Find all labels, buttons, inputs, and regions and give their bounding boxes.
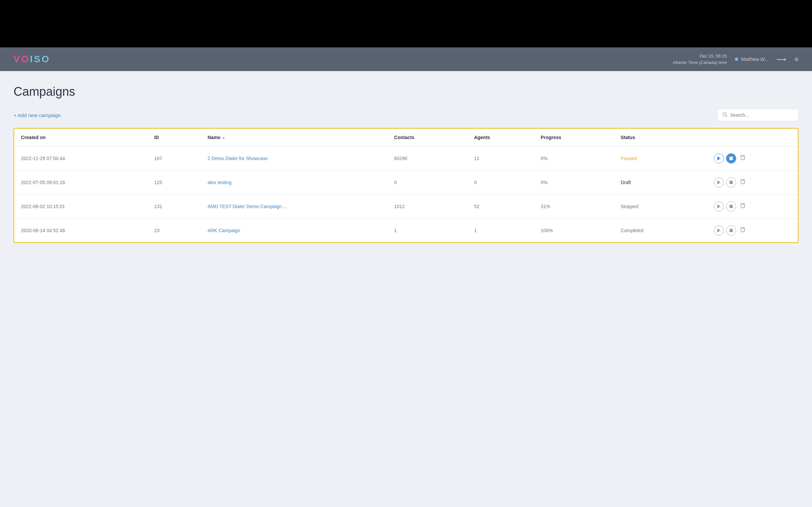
search-icon bbox=[722, 112, 727, 118]
cell-contacts: 0 bbox=[387, 171, 467, 195]
play-button[interactable] bbox=[714, 153, 724, 163]
campaign-name-link[interactable]: alex testing bbox=[207, 180, 231, 185]
cell-status: Stopped bbox=[614, 195, 707, 219]
action-buttons bbox=[714, 225, 791, 236]
cell-actions bbox=[707, 219, 798, 243]
svg-rect-6 bbox=[729, 181, 733, 184]
cell-status: Draft bbox=[614, 171, 707, 195]
cell-status: Paused bbox=[614, 147, 707, 171]
cell-progress: 100% bbox=[534, 219, 614, 243]
logo-text: VOISO bbox=[14, 54, 50, 65]
cell-actions bbox=[707, 171, 798, 195]
svg-rect-12 bbox=[729, 229, 733, 232]
header: VOISO Dec 15, 06:25 Atlantic Time (Canad… bbox=[0, 47, 812, 71]
campaigns-table: Created on ID Name ▲ Contacts Agents Pro… bbox=[14, 129, 798, 242]
stop-button[interactable] bbox=[726, 225, 736, 236]
top-black-bar bbox=[0, 0, 812, 47]
cell-contacts: 60290 bbox=[387, 147, 467, 171]
cell-progress: 0% bbox=[534, 171, 614, 195]
user-info: Matthew W... bbox=[735, 57, 768, 62]
cell-actions bbox=[707, 147, 798, 171]
svg-marker-8 bbox=[717, 204, 721, 208]
col-header-actions bbox=[707, 129, 798, 147]
search-input[interactable] bbox=[730, 112, 793, 118]
col-header-created: Created on bbox=[14, 129, 148, 147]
table-row: 2020-06-14 04:52:48 23 ARK Campaign 1 1 … bbox=[14, 219, 798, 243]
play-button[interactable] bbox=[714, 177, 724, 188]
cell-progress: 31% bbox=[534, 195, 614, 219]
cell-name[interactable]: 2 Demo Dialer for Showcase bbox=[201, 147, 387, 171]
svg-rect-3 bbox=[729, 157, 733, 160]
svg-marker-5 bbox=[717, 180, 721, 184]
action-buttons bbox=[714, 201, 791, 212]
col-header-id: ID bbox=[148, 129, 201, 147]
copy-button[interactable] bbox=[738, 202, 746, 211]
col-header-agents: Agents bbox=[467, 129, 534, 147]
toolbar: + Add new campaign bbox=[14, 109, 798, 121]
cell-created: 2022-11-29 07:50:44 bbox=[14, 147, 148, 171]
cell-actions bbox=[707, 195, 798, 219]
svg-marker-11 bbox=[717, 228, 721, 233]
action-buttons bbox=[714, 177, 791, 188]
svg-marker-2 bbox=[717, 156, 721, 160]
cell-name[interactable]: ARK Campaign bbox=[201, 219, 387, 243]
cell-contacts: 1012 bbox=[387, 195, 467, 219]
cell-agents: 11 bbox=[467, 147, 534, 171]
datetime-info: Dec 15, 06:25 Atlantic Time (Canada) tim… bbox=[673, 53, 727, 66]
col-header-status: Status bbox=[614, 129, 707, 147]
copy-button[interactable] bbox=[738, 154, 746, 163]
stop-button[interactable] bbox=[726, 201, 736, 212]
copy-button[interactable] bbox=[738, 226, 746, 235]
cell-agents: 52 bbox=[467, 195, 534, 219]
cell-status: Completed bbox=[614, 219, 707, 243]
table-row: 2022-07-05 09:01:18 125 alex testing 0 0… bbox=[14, 171, 798, 195]
action-buttons bbox=[714, 153, 791, 163]
cell-created: 2022-07-05 09:01:18 bbox=[14, 171, 148, 195]
cell-agents: 1 bbox=[467, 219, 534, 243]
page-title: Campaigns bbox=[14, 85, 798, 99]
logo: VOISO bbox=[14, 54, 50, 65]
add-campaign-link[interactable]: + Add new campaign bbox=[14, 112, 61, 118]
search-container bbox=[717, 109, 798, 121]
main-content: Campaigns + Add new campaign Created on … bbox=[0, 71, 812, 507]
logout-icon[interactable]: ⟶ bbox=[776, 55, 786, 63]
svg-rect-9 bbox=[729, 205, 733, 208]
cell-name[interactable]: AMD TEST Dialer Demo Campaign ... bbox=[201, 195, 387, 219]
campaign-name-link[interactable]: AMD TEST Dialer Demo Campaign ... bbox=[207, 204, 287, 209]
cell-id: 125 bbox=[148, 171, 201, 195]
cell-contacts: 1 bbox=[387, 219, 467, 243]
campaign-name-link[interactable]: 2 Demo Dialer for Showcase bbox=[207, 156, 268, 161]
menu-icon[interactable]: ≡ bbox=[794, 56, 798, 63]
header-right: Dec 15, 06:25 Atlantic Time (Canada) tim… bbox=[673, 53, 798, 66]
cell-id: 131 bbox=[148, 195, 201, 219]
cell-agents: 0 bbox=[467, 171, 534, 195]
col-header-name[interactable]: Name ▲ bbox=[201, 129, 387, 147]
cell-created: 2020-06-14 04:52:48 bbox=[14, 219, 148, 243]
cell-name[interactable]: alex testing bbox=[201, 171, 387, 195]
cell-created: 2022-08-02 10:15:01 bbox=[14, 195, 148, 219]
name-sort-icon: ▲ bbox=[222, 135, 226, 139]
play-button[interactable] bbox=[714, 225, 724, 236]
col-header-progress: Progress bbox=[534, 129, 614, 147]
table-row: 2022-11-29 07:50:44 167 2 Demo Dialer fo… bbox=[14, 147, 798, 171]
campaigns-table-wrapper: Created on ID Name ▲ Contacts Agents Pro… bbox=[14, 128, 798, 243]
campaign-name-link[interactable]: ARK Campaign bbox=[207, 228, 240, 233]
datetime-text: Dec 15, 06:25 bbox=[673, 53, 727, 60]
timezone-text: Atlantic Time (Canada) time bbox=[673, 59, 727, 66]
user-status-dot bbox=[735, 58, 738, 61]
svg-line-1 bbox=[726, 116, 727, 117]
stop-button[interactable] bbox=[726, 153, 736, 163]
cell-id: 167 bbox=[148, 147, 201, 171]
table-row: 2022-08-02 10:15:01 131 AMD TEST Dialer … bbox=[14, 195, 798, 219]
play-button[interactable] bbox=[714, 201, 724, 212]
stop-button[interactable] bbox=[726, 177, 736, 188]
table-header-row: Created on ID Name ▲ Contacts Agents Pro… bbox=[14, 129, 798, 147]
col-header-contacts: Contacts bbox=[387, 129, 467, 147]
cell-id: 23 bbox=[148, 219, 201, 243]
username: Matthew W... bbox=[741, 57, 768, 62]
copy-button[interactable] bbox=[738, 178, 746, 187]
cell-progress: 0% bbox=[534, 147, 614, 171]
